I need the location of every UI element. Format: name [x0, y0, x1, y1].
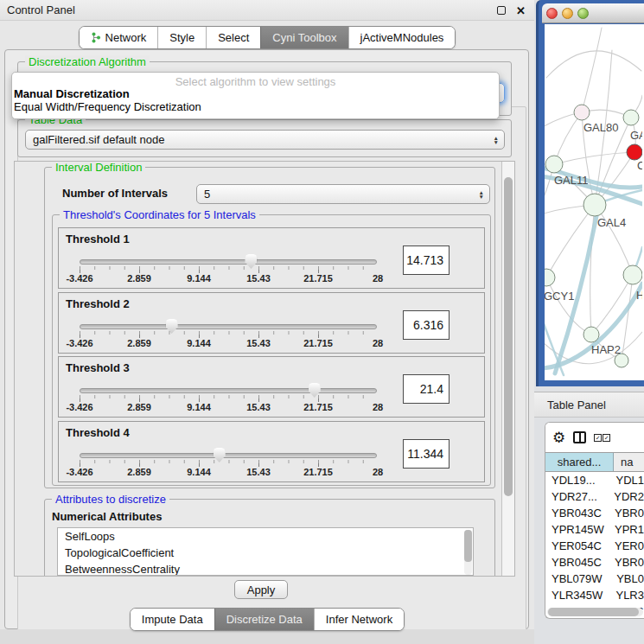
- table-row[interactable]: YBR045CYBR0: [545, 554, 644, 571]
- table-header-name[interactable]: na: [614, 453, 644, 471]
- table-cell-name: YBL0: [609, 571, 644, 587]
- tab-impute-data[interactable]: Impute Data: [131, 609, 214, 630]
- list-scrollbar[interactable]: [464, 530, 472, 575]
- scale-tick-label: 15.43: [246, 273, 271, 284]
- slider-scale: -3.4262.8599.14415.4321.71528: [80, 402, 378, 413]
- tab-network[interactable]: Network: [80, 27, 158, 48]
- gear-icon[interactable]: ⚙: [552, 430, 565, 445]
- scale-tick-label: 21.715: [303, 273, 333, 284]
- checkbox-icon[interactable]: ✓: [594, 434, 602, 442]
- table-hscrollbar-thumb[interactable]: [548, 608, 639, 616]
- slider-track[interactable]: [80, 453, 377, 458]
- tab-label: Network: [105, 27, 147, 48]
- table-header-row: shared... na: [545, 452, 644, 472]
- network-edge[interactable]: [582, 28, 602, 112]
- checkbox-icon[interactable]: ✓: [603, 434, 610, 442]
- slider-track[interactable]: [80, 388, 377, 393]
- numerical-attributes-label: Numerical Attributes: [52, 510, 162, 523]
- network-node-node[interactable]: [623, 265, 642, 284]
- threshold-3-panel: Threshold 3-3.4262.8599.14415.4321.71528…: [58, 356, 485, 418]
- network-edge[interactable]: [554, 152, 634, 164]
- tab-cyni-toolbox[interactable]: Cyni Toolbox: [260, 27, 348, 48]
- table-cell-shared-name: YPR145W: [545, 521, 608, 538]
- table-header-shared[interactable]: shared...: [545, 453, 614, 471]
- slider-scale: -3.4262.8599.14415.4321.71528: [80, 338, 378, 349]
- scale-tick-label: 28: [373, 338, 383, 348]
- network-node-gcy1[interactable]: [545, 269, 555, 286]
- table-row[interactable]: YER054CYER0: [545, 538, 644, 554]
- slider-ticks: [80, 266, 378, 273]
- settings-scrollpane: Interval Definition Number of Intervals …: [14, 161, 515, 577]
- table-cell-name: YDL1: [609, 472, 644, 488]
- bottom-strip: [0, 629, 534, 644]
- network-node-selected-node[interactable]: [627, 144, 642, 160]
- tab-jactivemnodules[interactable]: jActiveMNodules: [348, 27, 456, 48]
- zoom-traffic-light-icon[interactable]: [577, 8, 589, 19]
- table-data-combo[interactable]: galFiltered.sif default node ▲▼: [25, 130, 505, 150]
- threshold-4-value-field[interactable]: 11.344: [403, 439, 450, 469]
- threshold-3-value-field[interactable]: 21.4: [403, 374, 450, 404]
- table-data-combo-value: galFiltered.sif default node: [33, 133, 164, 146]
- settings-scrollbar[interactable]: [501, 162, 514, 576]
- threshold-2-value-field[interactable]: 6.316: [403, 310, 450, 340]
- network-canvas[interactable]: GAL80GACGAL11GAL4GCY1HHAP2: [545, 24, 644, 380]
- slider-track[interactable]: [80, 324, 377, 329]
- slider-ticks: [80, 395, 378, 402]
- number-of-intervals-label: Number of Intervals: [62, 187, 168, 200]
- table-row[interactable]: YPR145WYPR1: [545, 521, 644, 538]
- table-row[interactable]: YBL079WYBL0: [545, 571, 644, 587]
- table-row[interactable]: YDR27...YDR2: [545, 488, 644, 505]
- attribute-item[interactable]: SelfLoops: [58, 528, 473, 545]
- network-node-gal80[interactable]: [574, 105, 590, 120]
- columns-icon[interactable]: [573, 431, 586, 443]
- attribute-item[interactable]: BetweennessCentrality: [58, 561, 473, 576]
- tab-select[interactable]: Select: [206, 27, 260, 48]
- close-traffic-light-icon[interactable]: [546, 8, 558, 19]
- threshold-1-value-field[interactable]: 14.713: [403, 245, 450, 275]
- network-node-label: GCY1: [545, 290, 574, 303]
- scale-tick-label: 28: [373, 467, 383, 477]
- apply-button[interactable]: Apply: [234, 580, 288, 599]
- table-row[interactable]: YBR043CYBR0: [545, 505, 644, 521]
- network-window-titlebar[interactable]: [542, 3, 644, 23]
- scale-tick-label: 15.43: [246, 467, 271, 477]
- scale-tick-label: 15.43: [246, 338, 271, 348]
- table-cell-name: YDR2: [607, 488, 644, 505]
- algorithm-dropdown-popup: Select algorithm to view settings Manual…: [11, 72, 500, 119]
- algorithm-option-manual[interactable]: Manual Discretization: [12, 87, 499, 100]
- slider-track[interactable]: [80, 259, 377, 265]
- minimize-traffic-light-icon[interactable]: [562, 8, 573, 19]
- float-window-icon[interactable]: [497, 6, 506, 15]
- combo-stepper-icon: ▲▼: [494, 131, 499, 149]
- table-cell-shared-name: YBR043C: [545, 505, 608, 521]
- attribute-item[interactable]: TopologicalCoefficient: [58, 545, 473, 561]
- bottom-tabbar: Impute DataDiscretize DataInfer Network: [0, 608, 534, 631]
- table-cell-name: YER0: [608, 538, 644, 554]
- network-node-gal4[interactable]: [583, 194, 606, 216]
- scale-tick-label: -3.426: [66, 273, 92, 284]
- settings-scrollbar-thumb[interactable]: [504, 177, 513, 496]
- tab-label: jActiveMNodules: [360, 27, 444, 48]
- table-row[interactable]: YDL19...YDL1: [545, 472, 644, 488]
- threshold-3-label: Threshold 3: [66, 361, 130, 374]
- network-graph[interactable]: GAL80GACGAL11GAL4GCY1HHAP2: [545, 24, 642, 380]
- tab-label: Style: [169, 27, 194, 48]
- tab-discretize-data[interactable]: Discretize Data: [214, 609, 314, 630]
- table-hscrollbar[interactable]: [547, 608, 643, 616]
- threshold-4-label: Threshold 4: [66, 426, 130, 439]
- network-node-hap2[interactable]: [583, 327, 599, 342]
- table-cell-shared-name: YBR045C: [545, 554, 608, 571]
- network-node-node[interactable]: [623, 110, 639, 125]
- network-node-gal11[interactable]: [545, 156, 563, 173]
- tab-infer-network[interactable]: Infer Network: [314, 609, 404, 630]
- algorithm-option-equal-width[interactable]: Equal Width/Frequency Discretization: [12, 100, 499, 113]
- network-window: GAL80GACGAL11GAL4GCY1HHAP2: [536, 0, 644, 386]
- close-icon[interactable]: ✕: [516, 5, 526, 16]
- network-node-label: HAP2: [591, 343, 621, 356]
- scale-tick-label: 15.43: [246, 402, 271, 412]
- table-row[interactable]: YLR345WYLR3: [545, 587, 644, 603]
- network-node-label: GAL11: [554, 174, 589, 187]
- number-of-intervals-combo[interactable]: 5 ▲▼: [196, 184, 490, 204]
- tab-style[interactable]: Style: [157, 27, 206, 48]
- numerical-attributes-list[interactable]: SelfLoopsTopologicalCoefficientBetweenne…: [57, 527, 474, 576]
